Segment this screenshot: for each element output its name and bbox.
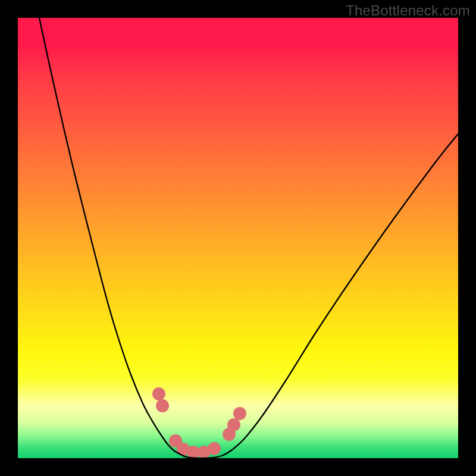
chart-frame: TheBottleneck.com [0,0,476,476]
marker-point [227,418,240,431]
bottleneck-curve [39,18,458,458]
markers-group [152,387,246,458]
marker-point [152,387,165,400]
plot-area [18,18,458,458]
watermark-text: TheBottleneck.com [346,2,470,19]
marker-point [208,442,221,455]
marker-point [156,399,169,412]
marker-point [233,407,246,420]
curve-layer [18,18,458,458]
